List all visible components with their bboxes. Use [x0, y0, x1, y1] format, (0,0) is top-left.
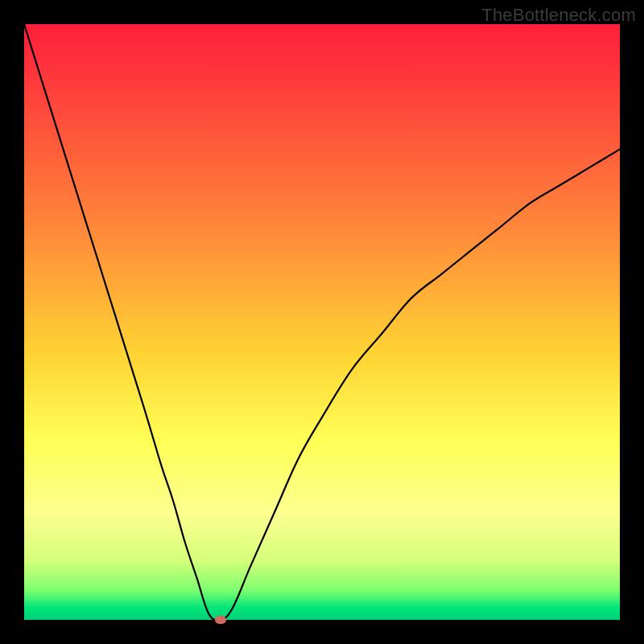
bottleneck-curve: [24, 24, 620, 620]
chart-frame: TheBottleneck.com: [0, 0, 644, 644]
curve-path: [24, 24, 620, 621]
watermark-label: TheBottleneck.com: [481, 5, 636, 26]
minimum-marker: [215, 616, 226, 624]
